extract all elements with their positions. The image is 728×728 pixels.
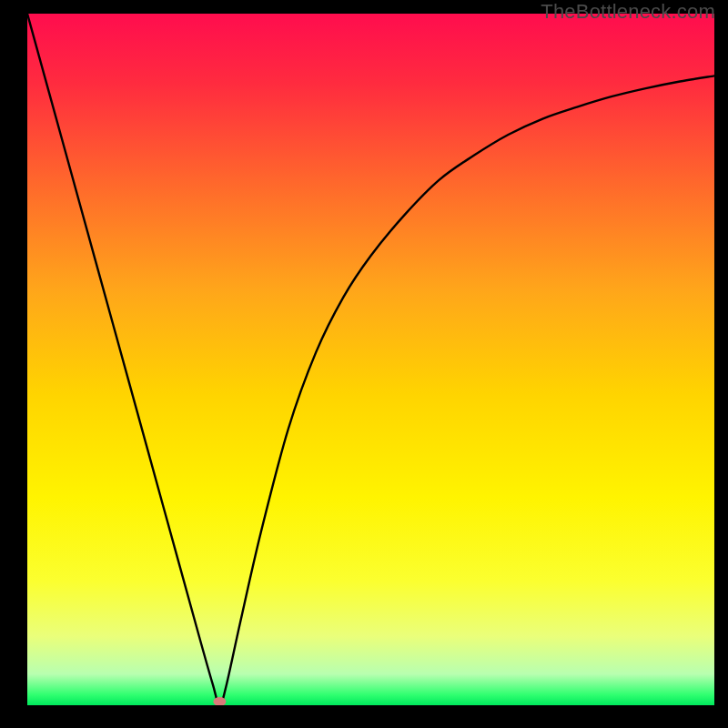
chart-svg <box>27 14 714 705</box>
chart-background <box>27 14 714 705</box>
watermark-text: TheBottleneck.com <box>541 0 715 24</box>
chart-frame <box>27 14 714 705</box>
